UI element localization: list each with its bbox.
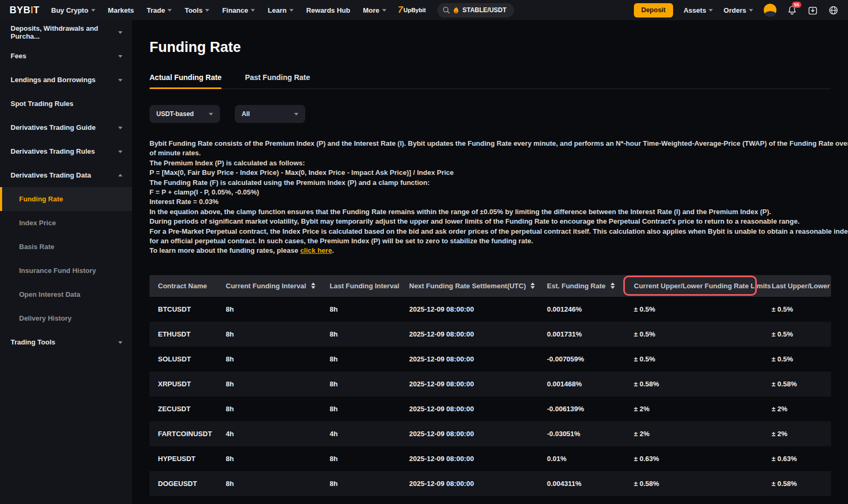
sidebar-item-label: Trading Tools (11, 338, 55, 346)
column-header-est-funding-rate[interactable]: Est. Funding Rate (547, 282, 634, 290)
chevron-down-icon (749, 9, 753, 12)
sort-icon[interactable] (311, 282, 315, 289)
tab-actual-funding-rate[interactable]: Actual Funding Rate (149, 73, 222, 89)
nav-item-tools[interactable]: Tools (184, 6, 209, 14)
table-row-hypeusdt[interactable]: HYPEUSDT8h8h2025-12-09 08:00:000.01%± 0.… (149, 446, 831, 471)
sidebar-item-open-interest-data[interactable]: Open Interest Data (0, 282, 132, 306)
table-cell: 8h (330, 330, 409, 338)
sort-icon[interactable] (611, 282, 615, 289)
table-cell: 2025-12-09 08:00:00 (409, 430, 547, 438)
upbybit-logo[interactable]: 7 UpBybit (398, 5, 426, 15)
column-header-label: Last Upper/Lower Funding Rate Limits (772, 282, 831, 290)
column-header-last-upper-lower-funding-rate-limits: Last Upper/Lower Funding Rate Limits (772, 282, 831, 290)
nav-item-more[interactable]: More (363, 6, 386, 14)
description-link-line: To learn more about the funding rates, p… (149, 246, 831, 255)
main-content: Funding Rate Actual Funding RatePast Fun… (132, 20, 848, 504)
contract-name-cell: XRPUSDT (158, 380, 226, 388)
sidebar-item-derivatives-trading-guide[interactable]: Derivatives Trading Guide (0, 116, 132, 139)
nav-item-label: Buy Crypto (51, 6, 89, 14)
download-icon[interactable] (808, 5, 818, 15)
sidebar-item-fees[interactable]: Fees (0, 44, 132, 68)
sidebar-item-basis-rate[interactable]: Basis Rate (0, 235, 132, 259)
sidebar-item-derivatives-trading-data[interactable]: Derivatives Trading Data (0, 163, 132, 187)
chevron-down-icon (382, 9, 386, 12)
sidebar-item-trading-tools[interactable]: Trading Tools (0, 330, 132, 354)
chevron-down-icon (118, 341, 122, 344)
description-line: During periods of significant market vol… (149, 217, 831, 226)
table-cell: ± 0.58% (772, 480, 831, 488)
table-row-xrpusdt[interactable]: XRPUSDT8h8h2025-12-09 08:00:000.001468%±… (149, 372, 831, 396)
table-row-solusdt[interactable]: SOLUSDT8h8h2025-12-09 08:00:00-0.007059%… (149, 347, 831, 372)
table-cell: 0.001246% (547, 305, 634, 313)
nav-right: Deposit Assets Orders 55 (634, 3, 838, 17)
nav-assets[interactable]: Assets (684, 6, 713, 14)
table-cell: 2025-12-09 08:00:00 (409, 355, 547, 363)
table-cell: 8h (226, 330, 330, 338)
table-cell: ± 0.5% (634, 305, 772, 313)
table-cell: 2025-12-09 08:00:00 (409, 380, 547, 388)
table-row-dogeusdt[interactable]: DOGEUSDT8h8h2025-12-09 08:00:000.004311%… (149, 471, 831, 496)
sidebar-item-spot-trading-rules[interactable]: Spot Trading Rules (0, 92, 132, 116)
sidebar-item-label: Basis Rate (19, 243, 54, 251)
search-box[interactable]: STABLE/USDT (437, 3, 514, 17)
nav-item-buy-crypto[interactable]: Buy Crypto (51, 6, 95, 14)
table-row-fartcoinusdt[interactable]: FARTCOINUSDT4h4h2025-12-09 08:00:00-0.03… (149, 421, 831, 446)
chevron-down-icon (118, 151, 122, 153)
table-cell: 8h (226, 305, 330, 313)
click-here-link[interactable]: click here (300, 246, 332, 254)
column-header-label: Next Funding Rate Settlement(UTC) (409, 282, 526, 290)
sidebar-item-derivatives-trading-rules[interactable]: Derivatives Trading Rules (0, 139, 132, 163)
sidebar-item-deposits-withdrawals-and-purcha[interactable]: Deposits, Withdrawals and Purcha... (0, 20, 132, 44)
nav-item-learn[interactable]: Learn (268, 6, 293, 14)
funding-rate-description: Bybit Funding Rate consists of the Premi… (149, 139, 831, 256)
chevron-down-icon (167, 9, 172, 12)
contract-name-cell: SOLUSDT (158, 355, 226, 363)
table-cell: 0.01% (547, 455, 634, 463)
nav-orders[interactable]: Orders (723, 6, 753, 14)
table-row-zecusdt[interactable]: ZECUSDT8h8h2025-12-09 08:00:00-0.006139%… (149, 396, 831, 421)
tab-past-funding-rate[interactable]: Past Funding Rate (245, 73, 310, 89)
table-cell: 8h (330, 455, 409, 463)
sidebar-item-index-price[interactable]: Index Price (0, 211, 132, 235)
table-row-ethusdt[interactable]: ETHUSDT8h8h2025-12-09 08:00:000.001731%±… (149, 322, 831, 347)
sidebar-item-label: Open Interest Data (19, 290, 81, 298)
sidebar-item-funding-rate[interactable]: Funding Rate (0, 187, 132, 211)
language-globe-icon[interactable] (828, 5, 838, 15)
sidebar-item-label: Derivatives Trading Guide (11, 123, 95, 131)
nav-item-label: Markets (108, 6, 134, 14)
description-line: P = [Max(0, Fair Buy Price - Index Price… (149, 168, 831, 178)
table-cell: 2025-12-09 08:00:00 (409, 305, 547, 313)
table-cell: 8h (226, 405, 330, 413)
table-cell: 4h (330, 430, 409, 438)
contract-filter-dropdown[interactable]: All (235, 105, 305, 123)
nav-item-finance[interactable]: Finance (222, 6, 255, 14)
nav-item-label: Rewards Hub (306, 6, 350, 14)
contract-name-cell: ZECUSDT (158, 405, 226, 413)
table-cell: 2025-12-09 08:00:00 (409, 330, 547, 338)
user-avatar[interactable] (764, 4, 776, 16)
nav-item-rewards-hub[interactable]: Rewards Hub (306, 6, 350, 14)
table-cell: ± 0.58% (634, 480, 772, 488)
sort-icon[interactable] (531, 282, 535, 289)
table-cell: 8h (226, 455, 330, 463)
nav-item-trade[interactable]: Trade (147, 6, 172, 14)
deposit-button[interactable]: Deposit (634, 3, 673, 17)
sidebar-item-delivery-history[interactable]: Delivery History (0, 306, 132, 330)
bybit-logo[interactable]: BYBIT (10, 5, 40, 16)
sidebar-item-insurance-fund-history[interactable]: Insurance Fund History (0, 259, 132, 282)
table-cell: 4h (226, 430, 330, 438)
sidebar-item-lendings-and-borrowings[interactable]: Lendings and Borrowings (0, 68, 132, 92)
settlement-asset-dropdown[interactable]: USDT-based (149, 105, 220, 123)
chevron-up-icon (118, 174, 122, 176)
table-row-btcusdt[interactable]: BTCUSDT8h8h2025-12-09 08:00:000.001246%±… (149, 297, 831, 322)
table-cell: ± 0.5% (634, 330, 772, 338)
notifications-button[interactable]: 55 (787, 5, 797, 15)
nav-item-markets[interactable]: Markets (108, 6, 134, 14)
column-header-current-funding-interval[interactable]: Current Funding Interval (226, 282, 330, 290)
description-line: of minute rates. (149, 148, 831, 158)
chevron-down-icon (209, 113, 213, 116)
chevron-down-icon (118, 55, 122, 58)
chevron-down-icon (294, 113, 298, 116)
table-cell: 0.004311% (547, 480, 634, 488)
column-header-next-funding-rate-settlement-utc[interactable]: Next Funding Rate Settlement(UTC) (409, 282, 547, 290)
